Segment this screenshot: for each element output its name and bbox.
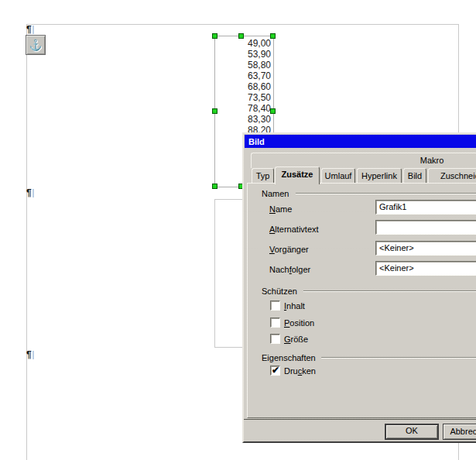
button-separator xyxy=(244,419,476,420)
writer-document-view: ¶ ¶ ¶ ⚓ 49,00 53,90 58,80 63,70 68,60 73… xyxy=(0,0,476,460)
paragraph-mark: ¶ xyxy=(26,349,36,360)
tab-hyperlink[interactable]: Hyperlink xyxy=(357,168,402,184)
tab-makro[interactable]: Makro xyxy=(251,153,476,168)
resize-handle-mid-right[interactable] xyxy=(270,108,276,114)
axis-number: 49,00 xyxy=(221,38,271,49)
tab-zuschneiden[interactable]: Zuschneiden xyxy=(428,168,476,184)
resize-handle-top-left[interactable] xyxy=(212,33,217,39)
resize-handle-top-right[interactable] xyxy=(270,33,276,39)
tab-zusaetze[interactable]: Zusätze xyxy=(275,166,320,184)
tab-page-zusaetze xyxy=(247,183,476,418)
tab-typ[interactable]: Typ xyxy=(252,168,274,184)
axis-number: 58,80 xyxy=(221,60,271,70)
axis-number: 53,90 xyxy=(221,49,271,60)
dialog-titlebar[interactable]: Bild xyxy=(245,135,476,148)
page-boundary-top xyxy=(26,24,459,25)
page-boundary-left xyxy=(26,24,27,460)
axis-number: 78,40 xyxy=(221,103,271,114)
bild-dialog: Bild Makro Typ Zusätze Umlauf Hyperlink … xyxy=(242,132,476,443)
chart-axis-numbers: 49,00 53,90 58,80 63,70 68,60 73,50 78,4… xyxy=(221,38,271,136)
ok-button[interactable]: OK xyxy=(385,424,439,440)
axis-number: 63,70 xyxy=(221,70,271,81)
axis-number: 83,30 xyxy=(221,114,271,125)
paragraph-mark: ¶ xyxy=(26,24,36,35)
paragraph-mark: ¶ xyxy=(26,187,36,198)
resize-handle-mid-left[interactable] xyxy=(212,108,217,114)
cancel-button[interactable]: Abbrechen xyxy=(443,424,476,440)
tab-umlauf[interactable]: Umlauf xyxy=(321,168,355,184)
tab-bild[interactable]: Bild xyxy=(403,168,426,184)
resize-handle-top-mid[interactable] xyxy=(238,33,244,39)
anchor-icon[interactable]: ⚓ xyxy=(26,35,46,55)
resize-handle-bottom-left[interactable] xyxy=(212,184,217,189)
axis-number: 68,60 xyxy=(221,81,271,92)
axis-number: 73,50 xyxy=(221,92,271,103)
dialog-title: Bild xyxy=(248,137,265,146)
